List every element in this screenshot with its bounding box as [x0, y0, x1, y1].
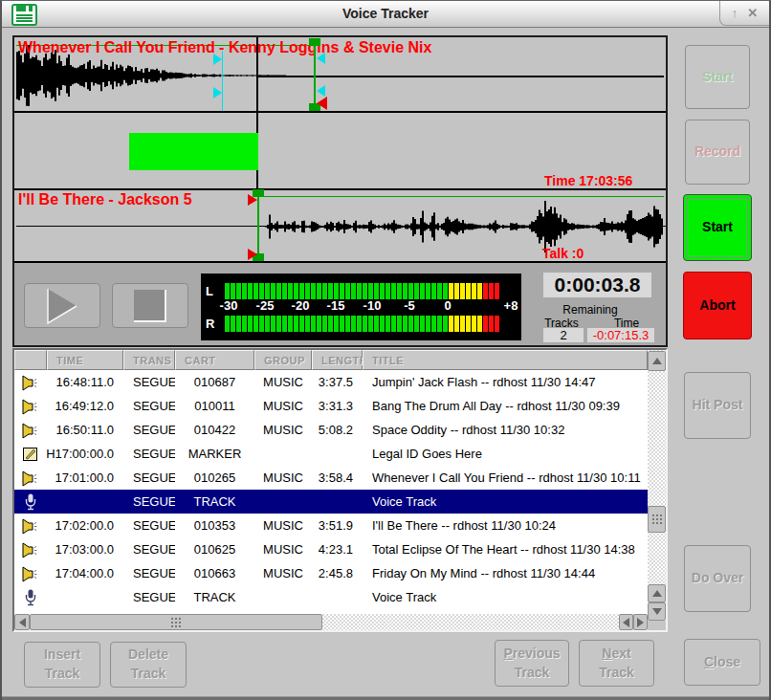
start-track1-button[interactable]: Start	[685, 45, 750, 109]
segue-end-arrow[interactable]	[317, 53, 325, 64]
log-table: TIMETRANSCARTGROUPLENGTHTITLE 16:48:11.0…	[12, 348, 668, 632]
cell-trans: SEGUE	[123, 561, 175, 585]
fade-arrow[interactable]	[317, 97, 327, 110]
cell-group: MUSIC	[254, 418, 312, 442]
cell-trans: SEGUE	[123, 442, 175, 466]
v-scroll-thumb[interactable]	[648, 506, 666, 533]
cell-cart: 010353	[175, 514, 254, 537]
cell-trans: SEGUE	[123, 585, 175, 609]
log-row-4[interactable]: H17:00:00.0SEGUEMARKERLegal ID Goes Here	[14, 442, 648, 466]
close-button[interactable]: Close	[684, 639, 760, 686]
log-row-2[interactable]: 16:49:12.0SEGUE010011MUSIC3:31.3Bang The…	[14, 394, 648, 418]
scroll-left-button[interactable]	[14, 614, 30, 630]
abort-button[interactable]: Abort	[683, 272, 752, 339]
segue-marker-arrow[interactable]	[213, 87, 222, 98]
scroll-up-button2[interactable]	[648, 584, 666, 602]
delete-track-button[interactable]: DeleteTrack	[110, 642, 187, 688]
log-row-6[interactable]: SEGUETRACKVoice Track	[14, 490, 648, 514]
column-header-TITLE[interactable]: TITLE	[363, 350, 648, 370]
vu-left-bar	[225, 283, 500, 299]
cell-cart: 010625	[175, 537, 254, 561]
scroll-left-button2[interactable]	[619, 614, 633, 630]
cell-group: MUSIC	[254, 537, 312, 561]
log-row-7[interactable]: 17:02:00.0SEGUE010353MUSIC3:51.9I'll Be …	[14, 514, 648, 537]
segue-marker-line[interactable]	[222, 51, 223, 111]
scroll-up-button[interactable]	[648, 351, 666, 371]
log-header: TIMETRANSCARTGROUPLENGTHTITLE	[14, 350, 648, 370]
column-header-LENGTH[interactable]: LENGTH	[312, 350, 363, 370]
log-row-9[interactable]: 17:04:00.0SEGUE010663MUSIC2:45.8Friday O…	[14, 561, 648, 585]
vu-scale-label: -5	[404, 298, 415, 313]
shade-icon[interactable]: ↑	[732, 7, 738, 19]
scroll-down-button[interactable]	[648, 602, 666, 621]
voice-track-region[interactable]	[129, 133, 258, 170]
log-row-5[interactable]: 17:01:00.0SEGUE010265MUSIC3:58.4Whenever…	[14, 466, 648, 490]
cell-cart: 010265	[175, 466, 254, 490]
window-title: Voice Tracker	[2, 6, 769, 21]
scroll-right-button[interactable]	[633, 614, 648, 630]
record-button[interactable]: Record	[685, 120, 750, 185]
do-over-button[interactable]: Do Over	[684, 545, 751, 612]
vu-scale-label: -30	[220, 298, 238, 313]
talk-readout: Talk :0	[542, 246, 584, 261]
cell-cart: 010422	[175, 418, 254, 442]
vu-yellow-segments	[449, 316, 483, 332]
track2-start-arrow[interactable]	[248, 194, 257, 206]
column-header-icon[interactable]	[14, 350, 47, 370]
h-scroll-thumb[interactable]	[30, 614, 322, 630]
cell-time	[47, 490, 123, 514]
vu-red-segments	[483, 316, 500, 332]
cell-group: MUSIC	[254, 370, 312, 394]
column-header-TIME[interactable]: TIME	[47, 350, 123, 370]
cell-title: Voice Track	[363, 490, 648, 514]
segue-marker-arrow[interactable]	[213, 54, 222, 65]
speaker-icon	[14, 370, 47, 394]
play-icon	[46, 288, 78, 324]
v-scrollbar[interactable]	[648, 350, 666, 621]
log-body[interactable]: 16:48:11.0SEGUE010687MUSIC3:37.5Jumpin' …	[14, 370, 648, 614]
cell-cart: 010011	[175, 394, 254, 418]
log-row-8[interactable]: 17:03:00.0SEGUE010625MUSIC4:23.1Total Ec…	[14, 537, 648, 561]
log-row-10[interactable]: SEGUETRACKVoice Track	[14, 585, 648, 609]
cell-group	[254, 442, 312, 466]
cell-title: Jumpin' Jack Flash -- rdhost 11/30 14:47	[363, 370, 648, 394]
mic-icon	[14, 585, 47, 609]
focus-indicator	[687, 198, 748, 257]
fade-marker-line[interactable]	[314, 39, 316, 111]
track2-title: I'll Be There - Jackson 5	[18, 191, 192, 208]
cell-len: 3:37.5	[312, 370, 363, 394]
next-track-button[interactable]: NextTrack	[579, 640, 654, 687]
cell-cart: 010687	[175, 370, 254, 394]
cell-len: 3:31.3	[312, 394, 363, 418]
cell-len	[312, 442, 363, 466]
cell-title: Bang The Drum All Day -- rdhost 11/30 09…	[363, 394, 648, 418]
hit-post-button[interactable]: Hit Post	[684, 372, 751, 439]
track1-title: Whenever I Call You Friend - Kenny Loggi…	[18, 39, 431, 56]
play-button[interactable]	[24, 283, 100, 328]
vu-green-segments	[225, 316, 449, 332]
start-track2-button[interactable]: Start	[683, 194, 752, 261]
close-icon[interactable]: ✕	[747, 7, 758, 19]
fade-marker-handle[interactable]	[309, 38, 320, 46]
cell-len: 5:08.2	[312, 418, 363, 442]
vu-scale-label: 0	[444, 298, 451, 313]
cell-trans: SEGUE	[123, 490, 175, 514]
column-header-GROUP[interactable]: GROUP	[254, 350, 312, 370]
window-buttons: ↑ ✕	[719, 1, 769, 26]
insert-track-button[interactable]: InsertTrack	[24, 642, 100, 688]
vu-green-segments	[225, 283, 449, 299]
cell-title: Voice Track	[363, 585, 648, 609]
log-row-1[interactable]: 16:48:11.0SEGUE010687MUSIC3:37.5Jumpin' …	[14, 370, 648, 394]
track2-start-arrow[interactable]	[248, 249, 257, 260]
column-header-TRANS[interactable]: TRANS	[123, 350, 175, 370]
previous-track-button[interactable]: PreviousTrack	[495, 640, 569, 687]
cell-group	[254, 490, 312, 514]
log-row-3[interactable]: 16:50:11.0SEGUE010422MUSIC5:08.2Space Od…	[14, 418, 648, 442]
title-bar: Voice Tracker ↑ ✕	[2, 1, 769, 28]
column-header-CART[interactable]: CART	[175, 350, 254, 370]
cell-len: 2:45.8	[312, 561, 363, 585]
stop-button[interactable]	[112, 283, 188, 328]
vu-red-segments	[483, 283, 500, 299]
vu-scale-label: -25	[256, 298, 275, 313]
segue-end-arrow[interactable]	[317, 85, 325, 97]
